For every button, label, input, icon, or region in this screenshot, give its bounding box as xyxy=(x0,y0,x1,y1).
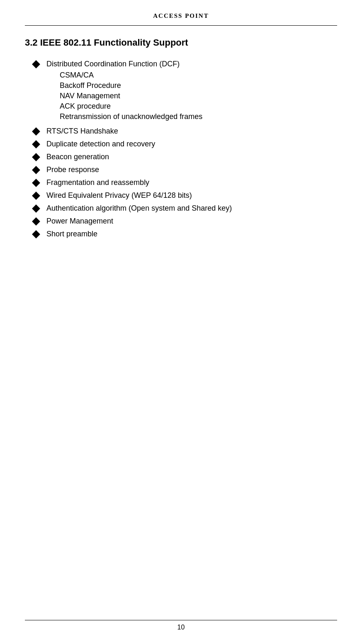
bullet-text-probe: Probe response xyxy=(46,165,337,174)
sub-item-dcf-3: ACK procedure xyxy=(60,102,337,111)
list-item-rts: RTS/CTS Handshake xyxy=(33,127,337,136)
bullet-text-fragmentation: Fragmentation and reassembly xyxy=(46,178,337,187)
footer-divider xyxy=(25,620,337,620)
bullet-diamond-icon xyxy=(32,192,40,200)
list-item-dcf: Distributed Coordination Function (DCF)C… xyxy=(33,60,337,123)
list-item-preamble: Short preamble xyxy=(33,230,337,238)
header-divider xyxy=(25,25,337,26)
bullet-text-dcf: Distributed Coordination Function (DCF)C… xyxy=(46,60,337,123)
bullet-diamond-icon xyxy=(32,204,40,213)
list-item-beacon: Beacon generation xyxy=(33,153,337,161)
page-header: ACCESS POINT xyxy=(25,12,337,22)
list-item-power: Power Management xyxy=(33,217,337,226)
section-title: 3.2 IEEE 802.11 Functionality Support xyxy=(25,37,337,48)
page-number: 10 xyxy=(177,624,185,631)
bullet-diamond-icon xyxy=(32,179,40,187)
bullet-text-auth: Authentication algorithm (Open system an… xyxy=(46,204,337,213)
bullet-text-duplicate: Duplicate detection and recovery xyxy=(46,140,337,148)
feature-list: Distributed Coordination Function (DCF)C… xyxy=(33,60,337,238)
bullet-diamond-icon xyxy=(32,153,40,161)
bullet-text-wep: Wired Equivalent Privacy (WEP 64/128 bit… xyxy=(46,191,337,200)
bullet-diamond-icon xyxy=(32,140,40,148)
list-item-duplicate: Duplicate detection and recovery xyxy=(33,140,337,148)
sub-item-dcf-0: CSMA/CA xyxy=(60,71,337,80)
bullet-text-power: Power Management xyxy=(46,217,337,226)
header-title: ACCESS POINT xyxy=(153,12,209,19)
sub-item-dcf-4: Retransmission of unacknowledged frames xyxy=(60,112,337,121)
list-item-wep: Wired Equivalent Privacy (WEP 64/128 bit… xyxy=(33,191,337,200)
bullet-text-beacon: Beacon generation xyxy=(46,153,337,161)
bullet-text-rts: RTS/CTS Handshake xyxy=(46,127,337,136)
bullet-diamond-icon xyxy=(32,127,40,136)
bullet-text-preamble: Short preamble xyxy=(46,230,337,238)
page-container: ACCESS POINT 3.2 IEEE 802.11 Functionali… xyxy=(0,0,362,644)
list-item-auth: Authentication algorithm (Open system an… xyxy=(33,204,337,213)
sub-item-dcf-1: Backoff Procedure xyxy=(60,81,337,90)
sub-item-dcf-2: NAV Management xyxy=(60,92,337,100)
list-item-probe: Probe response xyxy=(33,165,337,174)
bullet-diamond-icon xyxy=(32,230,40,238)
page-footer: 10 xyxy=(0,620,362,632)
bullet-diamond-icon xyxy=(32,217,40,226)
bullet-diamond-icon xyxy=(32,60,40,68)
list-item-fragmentation: Fragmentation and reassembly xyxy=(33,178,337,187)
bullet-diamond-icon xyxy=(32,166,40,174)
sub-list-dcf: CSMA/CABackoff ProcedureNAV ManagementAC… xyxy=(60,71,337,121)
